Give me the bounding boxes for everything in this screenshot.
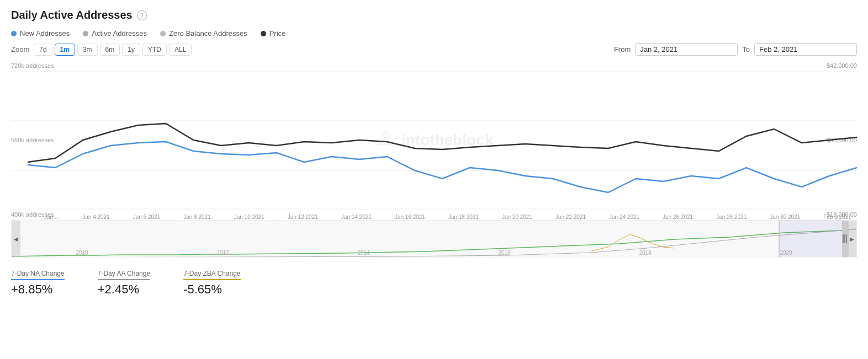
stat-na-change: 7-Day NA Change +8.85% [11,270,65,297]
to-label: To [742,45,750,53]
x-label-5: Jan 12 2021 [288,214,318,220]
page-title: Daily Active Addresses [11,9,133,22]
stat-zba-change: 7-Day ZBA Change -5.65% [183,270,240,297]
x-label-11: Jan 24 2021 [609,214,639,220]
mini-resize-handle[interactable] [842,221,848,257]
page-header: Daily Active Addresses ? [11,9,857,22]
mini-chart-svg [12,221,856,258]
legend-price[interactable]: Price [261,29,286,37]
x-label-3: Jan 8 2021 [183,214,211,220]
new-addresses-dot [11,31,17,36]
price-dot [261,31,266,36]
svg-rect-7 [779,221,848,258]
zero-balance-dot [160,31,166,36]
stat-aa-label: 7-Day AA Change [98,270,150,280]
main-chart-area: 720k addresses 560k addresses 400k addre… [11,60,857,220]
legend-new-addresses-label: New Addresses [20,29,70,37]
svg-rect-10 [846,234,847,243]
x-label-10: Jan 22 2021 [555,214,586,220]
mini-scroll-left-button[interactable]: ◀ [12,221,20,257]
x-axis-labels: Jan ... Jan 4 2021 Jan 6 2021 Jan 8 2021… [44,214,851,220]
date-range: From To [614,43,857,56]
x-label-2: Jan 6 2021 [133,214,161,220]
zoom-ytd[interactable]: YTD [142,44,167,56]
x-label-4: Jan 10 2021 [234,214,264,220]
legend-zero-balance[interactable]: Zero Balance Addresses [160,29,247,37]
legend-active-addresses-label: Active Addresses [92,29,147,37]
x-label-9: Jan 20 2021 [502,214,532,220]
zoom-label: Zoom [11,45,29,53]
stat-aa-change: 7-Day AA Change +2.45% [98,270,150,297]
from-date-input[interactable] [635,43,738,56]
active-addresses-dot [83,31,88,36]
svg-rect-6 [12,221,856,258]
main-chart-svg [11,60,857,215]
x-label-13: Jan 28 2021 [716,214,747,220]
zoom-1y[interactable]: 1y [122,44,140,56]
stat-na-value: +8.85% [11,282,65,297]
stat-zba-label: 7-Day ZBA Change [183,270,240,280]
zoom-3m[interactable]: 3m [77,44,98,56]
x-label-8: Jan 18 2021 [448,214,479,220]
zoom-all[interactable]: ALL [169,44,192,56]
svg-rect-8 [843,234,844,243]
svg-rect-9 [844,234,845,243]
legend-active-addresses[interactable]: Active Addresses [83,29,147,37]
x-label-7: Jan 16 2021 [395,214,425,220]
help-icon[interactable]: ? [137,10,147,20]
x-label-12: Jan 26 2021 [663,214,693,220]
x-label-6: Jan 14 2021 [341,214,372,220]
controls-row: Zoom 7d 1m 3m 6m 1y YTD ALL From To [11,43,857,56]
stat-zba-value: -5.65% [183,282,240,297]
stat-aa-value: +2.45% [98,282,150,297]
x-label-14: Jan 30 2021 [770,214,800,220]
from-label: From [614,45,631,53]
stat-na-label: 7-Day NA Change [11,270,65,280]
zoom-6m[interactable]: 6m [100,44,120,56]
legend-new-addresses[interactable]: New Addresses [11,29,70,37]
legend-zero-balance-label: Zero Balance Addresses [169,29,247,37]
mini-chart-container[interactable]: 2010 2012 2014 2016 2018 2020 ◀ ▶ [11,220,857,258]
x-label-0: Jan ... [44,214,59,220]
chart-legend: New Addresses Active Addresses Zero Bala… [11,29,857,37]
zoom-7d[interactable]: 7d [34,44,52,56]
x-label-1: Jan 4 2021 [82,214,110,220]
zoom-group: Zoom 7d 1m 3m 6m 1y YTD ALL [11,44,192,56]
legend-price-label: Price [269,29,286,37]
zoom-1m[interactable]: 1m [55,44,75,56]
stats-row: 7-Day NA Change +8.85% 7-Day AA Change +… [11,265,857,297]
x-label-15: Feb 1 2021 [823,214,851,220]
mini-scroll-right-button[interactable]: ▶ [848,221,856,257]
to-date-input[interactable] [754,43,857,56]
